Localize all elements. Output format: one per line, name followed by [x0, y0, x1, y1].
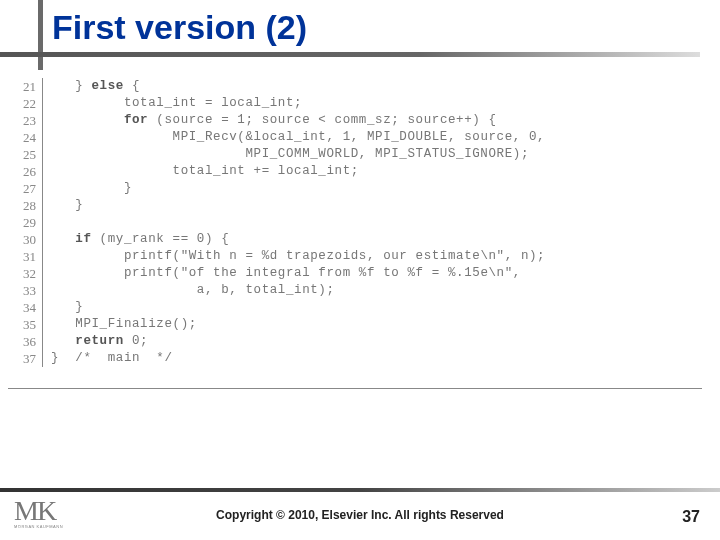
code-text: total_int += local_int; [43, 163, 546, 180]
slide: First version (2) 21 } else {22 total_in… [0, 0, 720, 540]
code-text: a, b, total_int); [43, 282, 546, 299]
code-text: for (source = 1; source < comm_sz; sourc… [43, 112, 546, 129]
line-number: 37 [10, 350, 43, 367]
copyright-text: Copyright © 2010, Elsevier Inc. All righ… [0, 508, 720, 522]
code-line: 29 [10, 214, 545, 231]
code-line: 34 } [10, 299, 545, 316]
slide-title: First version (2) [52, 8, 307, 47]
code-text: printf("of the integral from %f to %f = … [43, 265, 546, 282]
line-number: 30 [10, 231, 43, 248]
code-text: printf("With n = %d trapezoids, our esti… [43, 248, 546, 265]
line-number: 27 [10, 180, 43, 197]
code-text: } [43, 180, 546, 197]
code-line: 23 for (source = 1; source < comm_sz; so… [10, 112, 545, 129]
line-number: 31 [10, 248, 43, 265]
line-number: 22 [10, 95, 43, 112]
line-number: 32 [10, 265, 43, 282]
code-line: 30 if (my_rank == 0) { [10, 231, 545, 248]
code-text: total_int = local_int; [43, 95, 546, 112]
line-number: 24 [10, 129, 43, 146]
code-text: if (my_rank == 0) { [43, 231, 546, 248]
line-number: 34 [10, 299, 43, 316]
line-number: 36 [10, 333, 43, 350]
code-line: 25 MPI_COMM_WORLD, MPI_STATUS_IGNORE); [10, 146, 545, 163]
line-number: 26 [10, 163, 43, 180]
line-number: 25 [10, 146, 43, 163]
page-number: 37 [682, 508, 700, 526]
code-text: } [43, 299, 546, 316]
line-number: 28 [10, 197, 43, 214]
line-number: 33 [10, 282, 43, 299]
code-line: 32 printf("of the integral from %f to %f… [10, 265, 545, 282]
line-number: 23 [10, 112, 43, 129]
line-number: 35 [10, 316, 43, 333]
footer-divider [0, 488, 720, 492]
code-text: } /* main */ [43, 350, 546, 367]
code-line: 33 a, b, total_int); [10, 282, 545, 299]
line-number: 29 [10, 214, 43, 231]
line-number: 21 [10, 78, 43, 95]
code-text: MPI_Recv(&local_int, 1, MPI_DOUBLE, sour… [43, 129, 546, 146]
code-text: } else { [43, 78, 546, 95]
code-text: } [43, 197, 546, 214]
code-line: 28 } [10, 197, 545, 214]
code-line: 31 printf("With n = %d trapezoids, our e… [10, 248, 545, 265]
code-line: 21 } else { [10, 78, 545, 95]
code-line: 27 } [10, 180, 545, 197]
code-text [43, 214, 546, 231]
title-accent-vertical [38, 0, 43, 70]
code-bottom-divider [8, 388, 702, 389]
code-table: 21 } else {22 total_int = local_int;23 f… [10, 78, 545, 367]
code-line: 22 total_int = local_int; [10, 95, 545, 112]
code-line: 37} /* main */ [10, 350, 545, 367]
code-line: 24 MPI_Recv(&local_int, 1, MPI_DOUBLE, s… [10, 129, 545, 146]
code-line: 36 return 0; [10, 333, 545, 350]
logo-subtext: MORGAN KAUFMANN [14, 524, 66, 529]
code-text: MPI_COMM_WORLD, MPI_STATUS_IGNORE); [43, 146, 546, 163]
code-text: MPI_Finalize(); [43, 316, 546, 333]
code-listing: 21 } else {22 total_int = local_int;23 f… [10, 78, 650, 388]
title-accent-horizontal [0, 52, 700, 57]
code-line: 35 MPI_Finalize(); [10, 316, 545, 333]
code-line: 26 total_int += local_int; [10, 163, 545, 180]
code-text: return 0; [43, 333, 546, 350]
